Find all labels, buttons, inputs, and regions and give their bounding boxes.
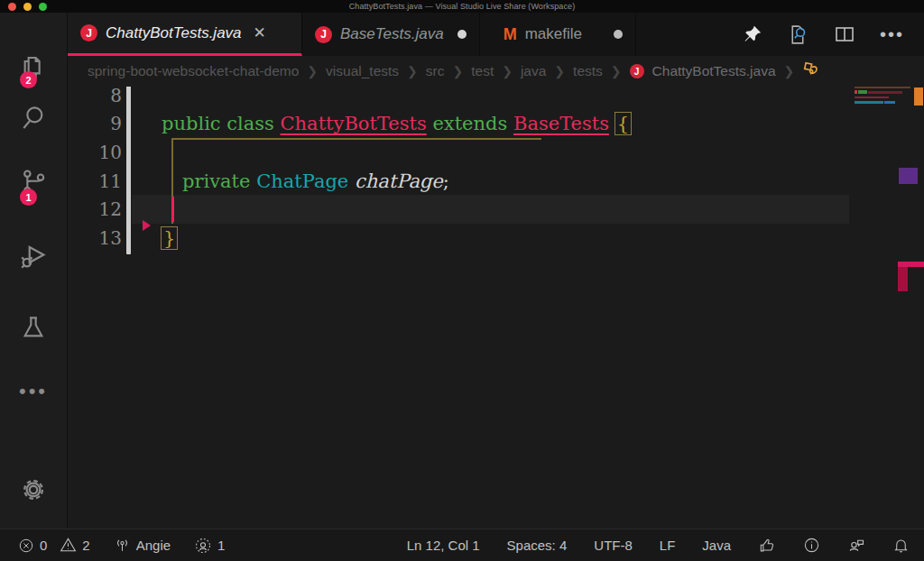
search-icon bbox=[19, 103, 48, 135]
encoding-setting[interactable]: UTF-8 bbox=[594, 538, 633, 553]
line-number: 12 bbox=[68, 198, 122, 220]
open-brace: { bbox=[615, 113, 631, 134]
pin-icon[interactable] bbox=[743, 24, 762, 44]
chevron-right-icon: ❯ bbox=[554, 64, 565, 78]
close-brace: } bbox=[162, 227, 177, 249]
minimap[interactable] bbox=[850, 87, 915, 529]
keyword: private bbox=[182, 170, 250, 192]
class-symbol-icon[interactable] bbox=[802, 60, 820, 82]
java-file-icon: J bbox=[80, 24, 97, 41]
activity-bar: 2 1 bbox=[0, 13, 68, 529]
close-tab-icon[interactable]: ✕ bbox=[254, 23, 266, 42]
more-views-button[interactable]: ••• bbox=[0, 387, 67, 396]
sidebar-item-search[interactable] bbox=[0, 103, 67, 135]
tab-label: ChattyBotTests.java bbox=[106, 24, 242, 42]
indentation-setting[interactable]: Spaces: 4 bbox=[507, 538, 568, 553]
participant-marker-purple bbox=[899, 168, 918, 184]
warning-count: 2 bbox=[82, 538, 89, 553]
source-control-badge: 1 bbox=[20, 189, 37, 206]
participant-count: 1 bbox=[217, 538, 225, 553]
settings-button[interactable] bbox=[0, 474, 67, 509]
minimap-line bbox=[855, 97, 889, 98]
code-line: 10 bbox=[68, 138, 924, 167]
chevron-right-icon: ❯ bbox=[407, 64, 418, 78]
errors-icon bbox=[18, 538, 34, 554]
sidebar-item-run-debug[interactable] bbox=[0, 241, 67, 275]
keyword: extends bbox=[432, 113, 507, 134]
modified-dot-icon[interactable] bbox=[457, 30, 467, 39]
search-editor-icon[interactable] bbox=[787, 23, 809, 46]
code-line: 8 bbox=[68, 87, 924, 110]
minimap-line bbox=[858, 90, 867, 94]
more-actions-icon[interactable]: ••• bbox=[880, 24, 904, 45]
tab-label: BaseTests.java bbox=[340, 25, 444, 43]
line-number: 9 bbox=[68, 113, 122, 134]
participant-marker-pink-bar bbox=[898, 267, 908, 291]
tab-chattybottests[interactable]: J ChattyBotTests.java ✕ bbox=[68, 13, 302, 56]
settings-gear-icon bbox=[18, 474, 49, 509]
code-editor[interactable]: 8 9 public class ChattyBotTests extends … bbox=[68, 87, 924, 529]
code-line-current: 12 bbox=[68, 195, 924, 224]
thumbs-up-icon[interactable] bbox=[758, 537, 776, 555]
line-number: 8 bbox=[68, 87, 122, 106]
participants-icon bbox=[194, 537, 212, 555]
window-title: ChattyBotTests.java — Visual Studio Live… bbox=[0, 2, 924, 11]
minimap-line bbox=[855, 87, 910, 88]
title-bar: ChattyBotTests.java — Visual Studio Live… bbox=[0, 0, 924, 13]
participants-status[interactable]: 1 bbox=[194, 537, 225, 555]
tab-bar: J ChattyBotTests.java ✕ J BaseTests.java… bbox=[68, 13, 924, 56]
breadcrumb: spring-boot-websocket-chat-demo ❯ visual… bbox=[68, 56, 924, 87]
feedback-icon[interactable] bbox=[847, 537, 865, 555]
breadcrumb-item-file[interactable]: ChattyBotTests.java bbox=[652, 63, 776, 79]
code-line: 9 public class ChattyBotTests extends Ba… bbox=[68, 110, 924, 139]
line-number: 13 bbox=[68, 227, 122, 249]
breadcrumb-item[interactable]: tests bbox=[573, 63, 603, 79]
live-share-icon bbox=[114, 537, 131, 554]
status-bar: 0 2 Angie 1 Ln 12, Col 1 Spaces: bbox=[0, 529, 924, 561]
chevron-right-icon: ❯ bbox=[784, 64, 795, 78]
breadcrumb-item[interactable]: src bbox=[426, 63, 445, 79]
eol-setting[interactable]: LF bbox=[660, 538, 676, 553]
java-file-icon: J bbox=[630, 64, 644, 78]
sidebar-item-source-control[interactable]: 1 bbox=[0, 168, 67, 200]
test-beaker-icon bbox=[19, 313, 48, 345]
type-name: ChatPage bbox=[256, 170, 348, 192]
breadcrumb-item[interactable]: spring-boot-websocket-chat-demo bbox=[88, 63, 299, 79]
chevron-right-icon: ❯ bbox=[502, 64, 513, 78]
tab-makefile[interactable]: M makefile bbox=[491, 13, 636, 56]
more-views-icon: ••• bbox=[19, 387, 48, 396]
breadcrumb-item[interactable]: visual_tests bbox=[326, 63, 399, 79]
variable-name: chatPage bbox=[355, 170, 443, 192]
modified-dot-icon[interactable] bbox=[614, 30, 623, 39]
chevron-right-icon: ❯ bbox=[307, 64, 318, 78]
error-count: 0 bbox=[40, 538, 47, 553]
line-number: 10 bbox=[68, 142, 122, 163]
sidebar-item-explorer[interactable]: 2 bbox=[0, 51, 67, 83]
tab-basetests[interactable]: J BaseTests.java bbox=[302, 13, 480, 56]
info-icon[interactable] bbox=[803, 537, 820, 554]
live-share-status[interactable]: Angie bbox=[114, 537, 171, 554]
warnings-icon bbox=[60, 537, 77, 554]
run-debug-icon bbox=[18, 241, 49, 275]
makefile-icon: M bbox=[504, 25, 517, 44]
tab-label: makefile bbox=[525, 25, 582, 43]
bell-icon[interactable] bbox=[892, 537, 910, 554]
java-file-icon: J bbox=[315, 26, 332, 43]
sidebar-item-testing[interactable] bbox=[0, 313, 67, 345]
vscode-window: ChattyBotTests.java — Visual Studio Live… bbox=[0, 0, 924, 561]
overview-warning-marker bbox=[914, 87, 923, 106]
language-mode[interactable]: Java bbox=[702, 538, 731, 553]
chevron-right-icon: ❯ bbox=[611, 64, 622, 78]
class-name: ChattyBotTests bbox=[281, 113, 427, 134]
breadcrumb-item[interactable]: test bbox=[471, 63, 494, 79]
minimap-line bbox=[868, 91, 902, 94]
keyword: public class bbox=[162, 113, 274, 134]
split-editor-icon[interactable] bbox=[834, 23, 855, 45]
code-line: 13 } bbox=[68, 224, 924, 253]
line-number: 11 bbox=[68, 170, 122, 192]
class-name: BaseTests bbox=[513, 113, 609, 134]
cursor-position[interactable]: Ln 12, Col 1 bbox=[407, 538, 480, 553]
punctuation: ; bbox=[443, 170, 449, 192]
breadcrumb-item[interactable]: java bbox=[521, 63, 546, 79]
problems-indicator[interactable]: 0 2 bbox=[18, 537, 90, 554]
